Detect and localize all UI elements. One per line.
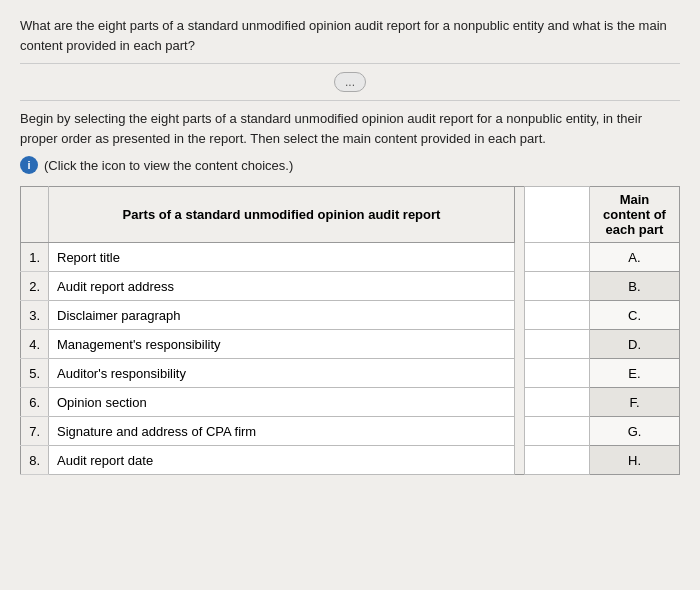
row-input[interactable]: [525, 417, 589, 445]
row-part: Auditor's responsibility: [49, 359, 515, 388]
row-part: Audit report date: [49, 446, 515, 475]
row-input-cell: [525, 417, 590, 446]
row-num: 5.: [21, 359, 49, 388]
row-gap: [515, 272, 525, 301]
row-input-cell: [525, 272, 590, 301]
table-header-parts: Parts of a standard unmodified opinion a…: [49, 187, 515, 243]
top-divider: [20, 63, 680, 64]
instructions-text: Begin by selecting the eight parts of a …: [20, 109, 680, 148]
row-part: Report title: [49, 243, 515, 272]
row-gap: [515, 417, 525, 446]
info-icon[interactable]: i: [20, 156, 38, 174]
row-num: 3.: [21, 301, 49, 330]
question-text: What are the eight parts of a standard u…: [20, 16, 680, 55]
row-part: Opinion section: [49, 388, 515, 417]
row-input[interactable]: [525, 359, 589, 387]
table-header-num: [21, 187, 49, 243]
row-input-cell: [525, 446, 590, 475]
row-input[interactable]: [525, 272, 589, 300]
row-gap: [515, 388, 525, 417]
table-header-gap: [515, 187, 525, 243]
row-input-cell: [525, 243, 590, 272]
row-num: 7.: [21, 417, 49, 446]
row-input[interactable]: [525, 446, 589, 474]
row-input-cell: [525, 388, 590, 417]
table-header-input: [525, 187, 590, 243]
row-letter: H.: [590, 446, 680, 475]
row-num: 8.: [21, 446, 49, 475]
row-num: 2.: [21, 272, 49, 301]
row-input[interactable]: [525, 301, 589, 329]
row-input-cell: [525, 359, 590, 388]
row-gap: [515, 446, 525, 475]
expand-button[interactable]: ...: [334, 72, 366, 92]
row-num: 4.: [21, 330, 49, 359]
row-letter: F.: [590, 388, 680, 417]
row-gap: [515, 359, 525, 388]
row-letter: B.: [590, 272, 680, 301]
row-letter: E.: [590, 359, 680, 388]
row-letter: G.: [590, 417, 680, 446]
row-part: Disclaimer paragraph: [49, 301, 515, 330]
page-container: What are the eight parts of a standard u…: [0, 0, 700, 590]
row-part: Signature and address of CPA firm: [49, 417, 515, 446]
row-letter: A.: [590, 243, 680, 272]
row-gap: [515, 243, 525, 272]
row-letter: C.: [590, 301, 680, 330]
bottom-divider: [20, 100, 680, 101]
row-part: Management's responsibility: [49, 330, 515, 359]
row-part: Audit report address: [49, 272, 515, 301]
row-input[interactable]: [525, 330, 589, 358]
row-input[interactable]: [525, 388, 589, 416]
row-num: 1.: [21, 243, 49, 272]
row-gap: [515, 330, 525, 359]
expand-btn-container: ...: [20, 72, 680, 92]
row-letter: D.: [590, 330, 680, 359]
info-row: i (Click the icon to view the content ch…: [20, 156, 680, 174]
audit-parts-table: Parts of a standard unmodified opinion a…: [20, 186, 680, 475]
row-input-cell: [525, 330, 590, 359]
row-input[interactable]: [525, 243, 589, 271]
row-input-cell: [525, 301, 590, 330]
row-num: 6.: [21, 388, 49, 417]
row-gap: [515, 301, 525, 330]
info-hint-text: (Click the icon to view the content choi…: [44, 158, 293, 173]
table-header-main: Main content of each part: [590, 187, 680, 243]
